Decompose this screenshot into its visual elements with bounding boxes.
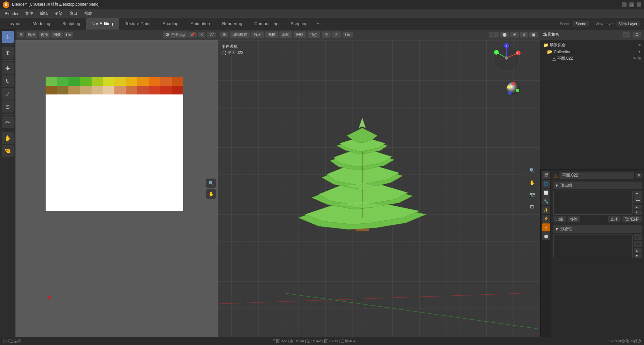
vp-view-menu[interactable]: 视图 <box>251 31 264 38</box>
mesh-render-icon[interactable]: 📷 <box>637 57 641 60</box>
world-props-icon[interactable]: 🌐 <box>542 180 550 188</box>
edit-mode-btn[interactable]: 编辑模式 <box>230 31 250 38</box>
menu-help[interactable]: 帮助 <box>81 10 96 17</box>
uv-canvas-area[interactable]: + 🔍 ✋ <box>15 40 218 337</box>
shape-keys-list[interactable] <box>553 234 633 258</box>
vp-vertex-menu[interactable]: 顶点 <box>308 31 320 38</box>
physics-props-icon[interactable]: ⚡ <box>542 215 550 223</box>
vp-pan-btn[interactable]: ✋ <box>527 177 537 188</box>
viewport-type-btn[interactable]: ⊞ <box>220 32 228 38</box>
uv-close-image-btn[interactable]: ✕ <box>198 32 205 38</box>
uv-pan-btn[interactable]: ✋ <box>206 189 216 199</box>
palette-color-cell[interactable] <box>160 77 172 86</box>
shape-keys-header[interactable]: ▼ 形态键 <box>553 225 642 233</box>
annotate-tool[interactable]: ✏ <box>2 116 14 128</box>
assign-btn[interactable]: 指定 <box>553 216 566 222</box>
grab-tool[interactable]: ✋ <box>2 132 14 144</box>
uv-image-menu[interactable]: 图像 <box>51 31 63 38</box>
palette-color-cell[interactable] <box>68 77 80 86</box>
vp-mesh-menu[interactable]: 网格 <box>293 31 306 38</box>
viewport-shading-solid[interactable]: ⬛ <box>489 32 499 38</box>
view-layer-name[interactable]: View Layer <box>616 21 640 26</box>
material-props-icon[interactable]: ⬤ <box>542 232 550 240</box>
remove-shape-key-btn[interactable]: — <box>634 241 642 247</box>
minimize-button[interactable]: — <box>622 2 627 7</box>
uv-image-selector[interactable]: 🖼 色卡.jpg <box>163 31 187 38</box>
palette-color-cell[interactable] <box>149 77 160 86</box>
palette-color-cell[interactable] <box>172 77 183 86</box>
scene-name[interactable]: Scene <box>573 21 589 26</box>
uv-menu[interactable]: UV <box>64 32 73 38</box>
viewport-shading-rendered[interactable]: ☀ <box>510 32 519 38</box>
tab-layout[interactable]: Layout <box>1 18 26 29</box>
menu-edit[interactable]: 编辑 <box>37 10 51 17</box>
xray-btn[interactable]: ▣ <box>529 32 538 38</box>
move-up-shape-btn[interactable]: ▲ <box>634 248 642 253</box>
select-tool[interactable]: ⊹ <box>2 31 14 43</box>
fake-user-btn[interactable]: F <box>636 173 642 178</box>
window-controls[interactable]: — □ ✕ <box>622 2 641 7</box>
modifier-props-icon[interactable]: 🔧 <box>542 197 550 205</box>
viewport-shading-material[interactable]: ⬤ <box>500 32 509 38</box>
palette-color-cell[interactable] <box>126 77 137 86</box>
vp-zoom-in-btn[interactable]: 🔍 <box>527 165 537 176</box>
uv-editor-type-btn[interactable]: ⊞ <box>17 32 24 38</box>
tab-sculpting[interactable]: Sculpting <box>56 18 86 29</box>
palette-color-cell[interactable] <box>57 77 68 86</box>
palette-color-cell[interactable] <box>160 86 172 94</box>
palette-color-cell[interactable] <box>92 86 103 94</box>
maximize-button[interactable]: □ <box>629 2 634 7</box>
rotate-tool[interactable]: ↻ <box>2 75 14 87</box>
add-vertex-group-btn[interactable]: + <box>634 191 642 197</box>
transform-tool[interactable]: ⊡ <box>2 100 14 113</box>
collection-vis-icon[interactable]: 👁 <box>638 50 641 54</box>
tab-texture-paint[interactable]: Texture Paint <box>119 18 157 29</box>
new-scene-btn[interactable]: + <box>623 32 630 38</box>
palette-color-cell[interactable] <box>46 86 57 94</box>
menu-file[interactable]: 文件 <box>22 10 37 17</box>
move-down-shape-btn[interactable]: ▼ <box>634 254 642 258</box>
uv-zoom-in-btn[interactable]: 🔍 <box>206 179 216 188</box>
palette-color-cell[interactable] <box>80 86 92 94</box>
palette-color-cell[interactable] <box>137 77 149 86</box>
remove-vertex-group-btn[interactable]: — <box>634 197 642 203</box>
deselect-btn[interactable]: 取消选择 <box>622 216 642 222</box>
tab-add-button[interactable]: + <box>314 19 322 28</box>
palette-color-cell[interactable] <box>57 86 68 94</box>
palette-color-cell[interactable] <box>68 86 80 94</box>
palette-color-cell[interactable] <box>92 77 103 86</box>
scene-props-icon[interactable]: 🎬 <box>542 171 550 179</box>
visibility-icon[interactable]: 👁 <box>638 43 641 47</box>
viewport-canvas[interactable]: 用户透视 (1) 平面.022 <box>218 40 540 337</box>
menu-blender[interactable]: Blender <box>1 11 22 17</box>
object-name-field[interactable]: 平面.022 <box>559 172 634 179</box>
tab-uv-editing[interactable]: UV Editing <box>86 18 119 29</box>
menu-render[interactable]: 渲染 <box>51 10 66 17</box>
move-tool[interactable]: ✥ <box>2 62 14 74</box>
vertex-groups-list[interactable] <box>553 191 633 215</box>
move-up-vertex-btn[interactable]: ▲ <box>634 205 642 209</box>
palette-color-cell[interactable] <box>114 86 126 94</box>
palette-color-cell[interactable] <box>46 77 57 86</box>
overlay-btn[interactable]: ⊚ <box>520 32 528 38</box>
uv-select-menu[interactable]: 选择 <box>39 31 50 38</box>
collection-item[interactable]: 📂 Collection 👁 <box>542 49 643 55</box>
uv-view-menu[interactable]: 视图 <box>26 31 37 38</box>
scene-collection-item[interactable]: 📁 场景集合 👁 <box>542 42 643 49</box>
vp-edge-menu[interactable]: 边 <box>322 31 331 38</box>
tab-animation[interactable]: Animation <box>184 18 216 29</box>
data-props-icon[interactable]: △ <box>542 223 550 231</box>
vertex-groups-header[interactable]: ▼ 顶点组 <box>553 182 642 189</box>
vp-ortho-btn[interactable]: ⊞ <box>527 201 537 212</box>
mesh-item[interactable]: △ 平面.022 👁 📷 <box>542 55 643 62</box>
scale-tool[interactable]: ⤢ <box>2 88 14 100</box>
vp-face-menu[interactable]: 面 <box>332 31 341 38</box>
vp-uv-menu[interactable]: UV <box>342 32 353 38</box>
pinch-tool[interactable]: 🤏 <box>2 145 14 157</box>
object-props-icon[interactable]: ⬜ <box>542 189 550 197</box>
vp-add-menu[interactable]: 添加 <box>279 31 292 38</box>
uv-pin-btn[interactable]: 📌 <box>188 32 197 38</box>
add-shape-key-btn[interactable]: + <box>634 234 642 240</box>
tab-modeling[interactable]: Modeling <box>26 18 56 29</box>
move-down-vertex-btn[interactable]: ▼ <box>634 210 642 215</box>
